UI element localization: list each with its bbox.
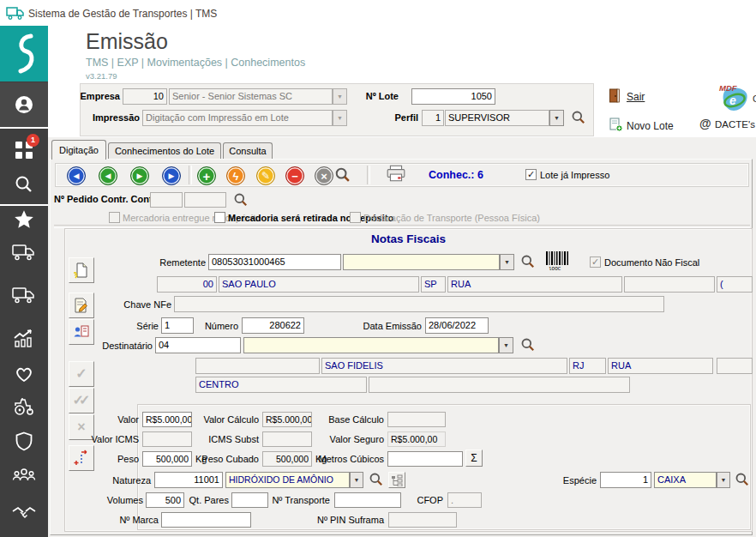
peso-field[interactable]: 500,000 [142,451,192,467]
doc-nao-fiscal-checkbox[interactable]: ✓ [590,256,601,268]
chart-icon [13,328,35,348]
nav-previous-button[interactable]: ◀ [99,166,117,185]
toolbar-search-icon[interactable] [334,166,351,184]
sair-button[interactable]: Sair [609,88,660,104]
nav-last-button[interactable]: ▶ [162,166,181,185]
new-record-button[interactable] [69,257,94,283]
barcode-icon[interactable]: lOOC [545,250,569,271]
print-icon[interactable] [386,165,406,182]
dacte-button[interactable]: @ DACTE's [699,117,756,132]
natureza-code-field[interactable]: 11001 [154,472,223,488]
confirm-all-button[interactable]: ✓✓ [69,388,94,413]
add-button[interactable]: + [197,166,216,185]
qt-pares-field[interactable] [231,492,268,508]
metros-cubicos-label: Metros Cúbicos [314,454,384,465]
destinatario-name-select[interactable] [243,337,499,353]
especie-code-field[interactable]: 1 [600,472,651,488]
destinatario-search-icon[interactable] [520,337,536,353]
lote-impresso-checkbox[interactable]: ✓ [525,169,537,180]
sidebar-item-user[interactable] [0,82,48,129]
valor-field[interactable]: R$5.000,00 [142,412,192,427]
nav-next-button[interactable]: ▶ [130,166,149,185]
numero-field[interactable]: 280622 [242,317,304,334]
nav-first-button[interactable]: ◀ [67,166,86,185]
volumes-field[interactable]: 500 [146,492,184,508]
remetente-search-icon[interactable] [520,254,536,269]
pedido-field-1[interactable] [150,192,183,208]
perfil-select[interactable]: SUPERVISOR [445,110,549,126]
especie-search-icon[interactable] [735,472,750,487]
impressao-select[interactable]: Digitação com Impressão em Lote [142,110,333,126]
dropdown-arrow-icon[interactable]: ▼ [500,254,514,270]
retirada-checkbox[interactable] [214,212,225,223]
shield-icon [13,431,35,452]
natureza-search-icon[interactable] [369,472,384,487]
n-transporte-field[interactable] [334,492,401,508]
next-icon: ▶ [137,172,143,180]
minus-icon: − [291,170,298,183]
perfil-code-field[interactable]: 1 [422,110,444,126]
sidebar-item-truck-outbound[interactable] [12,243,36,262]
natureza-list-button[interactable] [388,472,405,488]
qt-pares-label: Qt. Pares [186,495,229,506]
sum-button[interactable]: Σ [465,450,483,467]
dropdown-arrow-icon[interactable]: ▼ [350,472,363,488]
tab-consulta[interactable]: Consulta [223,142,273,160]
pin-suframa-field [388,512,457,528]
dropdown-arrow-icon[interactable]: ▼ [333,110,347,126]
empresa-label: Empresa [73,91,120,102]
sidebar-item-security[interactable] [13,431,35,452]
sidebar-item-health[interactable] [13,363,35,383]
tab-digitacao[interactable]: Digitação [51,140,106,160]
toolbar-separator [367,166,370,184]
icms-subst-field [262,431,312,447]
dropdown-arrow-icon[interactable]: ▼ [333,88,347,105]
novo-lote-button[interactable]: Novo Lote [609,118,686,133]
metros-cubicos-field[interactable] [387,451,463,467]
dropdown-arrow-icon[interactable]: ▼ [499,337,513,353]
valor-seguro-field: R$5.000,00 [387,431,446,447]
new-document-icon [73,262,90,279]
remetente-label: Remetente [141,257,206,268]
confirm-button[interactable]: ✓ [69,361,94,387]
sidebar-item-fleet-group[interactable] [11,466,37,485]
sidebar-item-search[interactable] [14,174,34,195]
edit-record-button[interactable] [69,293,94,318]
lote-field[interactable]: 1050 [411,88,495,105]
empresa-select[interactable]: Senior - Senior Sistemas SC [169,88,333,105]
mdfe-button[interactable]: e MDF C [717,82,756,115]
sidebar-item-favorites[interactable] [13,209,35,231]
perfil-search-icon[interactable] [571,110,586,125]
peso-label: Peso [94,454,139,465]
delete-button[interactable]: − [285,166,304,185]
pedido-search-icon[interactable] [233,192,249,208]
sidebar-item-equipment[interactable] [12,396,36,417]
especie-select[interactable]: CAIXA [654,472,717,488]
declaracao-checkbox[interactable] [350,212,361,223]
sidebar-item-performance[interactable] [13,328,35,348]
pedido-field-2[interactable] [184,192,226,208]
destinatario-code-field[interactable]: 04 [155,337,241,353]
sidebar-item-truck-inbound[interactable] [12,286,36,305]
cancel-button[interactable]: × [315,166,333,185]
dropdown-arrow-icon[interactable]: ▼ [549,110,564,126]
sidebar-item-partnership[interactable] [11,504,37,522]
dropdown-arrow-icon[interactable]: ▼ [717,472,730,488]
hierarchy-icon [391,474,403,486]
remetente-code-field[interactable]: 08053031000465 [208,254,341,270]
entregue-checkbox[interactable] [109,212,120,223]
person-document-button[interactable] [69,319,94,345]
senior-logo[interactable] [0,26,48,81]
remetente-name-select[interactable] [343,254,500,270]
n-marca-field[interactable] [161,512,251,528]
cfop-label: CFOP [409,495,443,506]
perfil-label: Perfil [375,112,418,124]
empresa-code-field[interactable]: 10 [123,88,167,105]
edit-button[interactable]: ✎ [256,166,275,185]
data-emissao-field[interactable]: 28/06/2022 [425,317,489,334]
transfer-button[interactable] [69,445,94,471]
tab-conhecimentos-do-lote[interactable]: Conhecimentos do Lote [108,142,221,160]
natureza-select[interactable]: HIDRÓXIDO DE AMÔNIO [225,472,350,488]
chave-nfe-field[interactable] [174,296,664,312]
execute-button[interactable]: ϟ [226,166,245,185]
